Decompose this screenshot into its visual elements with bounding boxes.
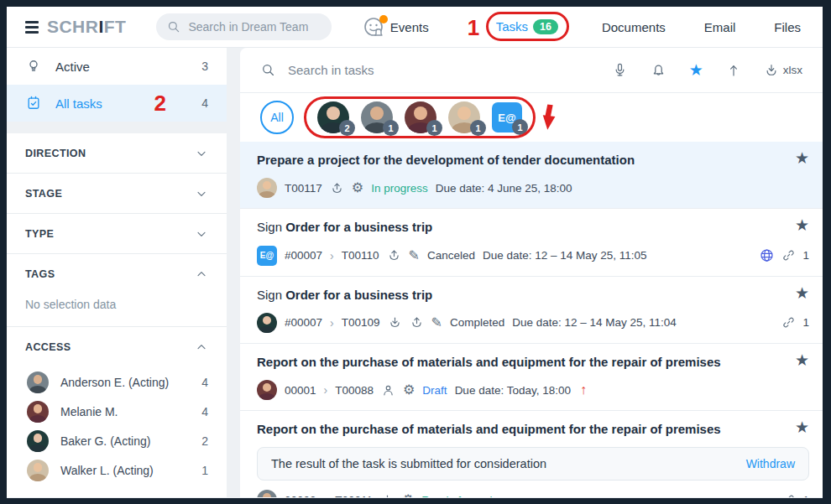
accordion-stage[interactable]: STAGE	[7, 174, 227, 214]
pen-icon[interactable]: ✎	[409, 249, 420, 262]
task-row[interactable]: Sign Order for a business trip ★ #00007 …	[240, 277, 823, 344]
task-title-prefix: Sign	[257, 220, 282, 234]
breadcrumb-chevron: ›	[324, 383, 328, 397]
task-row[interactable]: Report on the purchase of materials and …	[240, 411, 823, 497]
user-count: 2	[201, 434, 208, 448]
lightbulb-icon	[25, 58, 42, 75]
status-label: Canceled	[427, 249, 475, 262]
gear-icon[interactable]: ⚙	[403, 383, 415, 397]
accordion-direction[interactable]: DIRECTION	[7, 133, 227, 174]
access-user-melanie[interactable]: Melanie M. 4	[7, 397, 227, 426]
avatar-count-badge: 1	[512, 119, 528, 135]
person-icon[interactable]	[381, 383, 395, 397]
avatar-count-badge: 1	[470, 120, 486, 136]
sidebar-item-count: 3	[201, 60, 208, 73]
global-search[interactable]	[156, 13, 331, 40]
sort-up-icon[interactable]	[726, 63, 741, 78]
parent-id: #00007	[285, 249, 322, 262]
search-icon	[260, 62, 276, 78]
access-user-walker[interactable]: Walker L. (Acting) 1	[7, 455, 227, 485]
assistant-notification-icon[interactable]	[362, 13, 390, 40]
sidebar-item-all-tasks[interactable]: All tasks 2 4	[7, 85, 227, 122]
avatar	[257, 178, 277, 198]
status-label: Draft	[422, 384, 447, 397]
tasks-count-badge: 16	[533, 19, 558, 34]
favorite-star-icon[interactable]: ★	[795, 419, 809, 435]
upload-icon[interactable]	[410, 315, 424, 330]
access-user-anderson[interactable]: Anderson E. (Acting) 4	[7, 367, 227, 397]
nav-events[interactable]: Events	[390, 20, 429, 34]
accordion-label: DIRECTION	[25, 148, 86, 159]
link-icon[interactable]	[781, 315, 796, 330]
filter-avatar-anderson[interactable]: 1	[361, 101, 393, 133]
task-row[interactable]: Sign Order for a business trip ★ E@ #000…	[240, 209, 823, 276]
chevron-up-icon	[195, 340, 208, 354]
access-user-baker[interactable]: Baker G. (Acting) 2	[7, 426, 227, 455]
tags-empty-text: No selection data	[7, 294, 227, 327]
task-search-bar: ★ xlsx	[240, 48, 823, 93]
link-icon[interactable]	[781, 248, 796, 262]
favorite-star-icon[interactable]: ★	[795, 217, 809, 233]
task-row[interactable]: Prepare a project for the development of…	[240, 142, 823, 209]
breadcrumb-chevron: ›	[324, 493, 328, 497]
task-title-prefix: Sign	[257, 288, 282, 302]
upload-icon[interactable]	[387, 248, 401, 262]
pen-icon[interactable]: ✎	[431, 316, 442, 330]
globe-icon[interactable]	[759, 247, 775, 263]
accordion-label: TYPE	[25, 228, 54, 240]
main-navigation: Events 1 Tasks16 Documents Email Files	[390, 19, 801, 34]
gear-icon[interactable]: ⚙	[402, 493, 414, 497]
download-icon[interactable]	[380, 493, 395, 497]
priority-up-arrow-icon: ↑	[580, 382, 587, 397]
task-title: Order for a business trip	[285, 288, 432, 302]
gear-icon[interactable]: ⚙	[352, 181, 363, 195]
task-row[interactable]: Report on the purchase of materials and …	[240, 344, 823, 411]
task-title: Report on the purchase of materials and …	[257, 355, 721, 369]
chevron-down-icon	[195, 187, 208, 200]
filter-avatar-email[interactable]: E@ 1	[492, 102, 522, 132]
avatar-count-badge: 2	[339, 120, 355, 136]
accordion-access[interactable]: ACCESS	[7, 327, 227, 367]
nav-documents[interactable]: Documents	[602, 20, 666, 34]
filter-avatar-walker[interactable]: 1	[448, 101, 480, 133]
filter-avatar-baker[interactable]: 2	[317, 101, 349, 133]
avatar-count-badge: 1	[383, 120, 399, 136]
due-date: Due date: Today, 18:00	[455, 384, 571, 397]
app-logo[interactable]: SCHRIFT	[47, 17, 127, 37]
nav-email[interactable]: Email	[704, 20, 736, 34]
annotation-red-arrow-icon	[541, 103, 559, 132]
link-count: 1	[802, 249, 809, 262]
user-name: Walker L. (Acting)	[60, 464, 154, 477]
withdraw-link[interactable]: Withdraw	[746, 457, 795, 470]
favorite-star-icon[interactable]: ★	[795, 150, 809, 166]
task-search-input[interactable]	[288, 63, 557, 77]
sidebar-item-active[interactable]: Active 3	[7, 48, 227, 85]
accordion-tags[interactable]: TAGS	[7, 254, 227, 294]
nav-tasks[interactable]: 1 Tasks16	[496, 19, 558, 34]
app-window: SCHRIFT Events 1 Tasks16	[7, 7, 823, 498]
upload-icon[interactable]	[330, 181, 344, 195]
xlsx-label: xlsx	[783, 64, 802, 76]
logo-text-2: FT	[104, 17, 127, 36]
search-icon	[166, 19, 181, 34]
parent-id: 00002	[285, 494, 316, 497]
link-icon[interactable]	[781, 493, 796, 497]
sidebar-item-count: 4	[201, 96, 208, 110]
download-icon[interactable]	[388, 315, 402, 330]
due-date: Due date: 4 June 25, 18:00	[436, 182, 572, 195]
favorite-star-icon[interactable]: ★	[795, 352, 809, 368]
filter-avatar-melanie[interactable]: 1	[405, 101, 436, 133]
review-banner: The result of the task is submitted for …	[257, 447, 809, 481]
filter-all-button[interactable]: All	[260, 101, 294, 134]
hamburger-menu-icon[interactable]	[25, 21, 39, 34]
download-xlsx-button[interactable]: xlsx	[764, 63, 802, 78]
accordion-type[interactable]: TYPE	[7, 214, 227, 254]
microphone-icon[interactable]	[612, 62, 628, 78]
bell-icon[interactable]	[651, 62, 666, 78]
accordion-label: ACCESS	[25, 341, 71, 353]
global-search-input[interactable]	[188, 20, 321, 34]
user-count: 4	[201, 376, 208, 389]
favorite-star-icon[interactable]: ★	[795, 285, 809, 301]
favorite-filter-star-icon[interactable]: ★	[689, 62, 703, 78]
nav-files[interactable]: Files	[774, 20, 801, 34]
